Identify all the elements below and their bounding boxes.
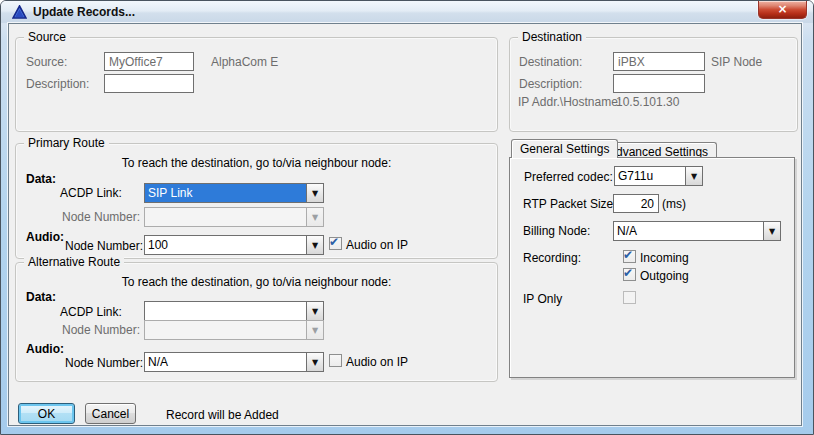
rtp-unit-label: (ms) xyxy=(662,197,686,211)
dialog-client-area: Source Source: AlphaCom E Description: D… xyxy=(8,23,802,426)
destination-type-label: SIP Node xyxy=(711,55,762,69)
alt-acdp-link-combo[interactable]: ▼ xyxy=(144,301,324,321)
ip-only-checkbox: ✔ xyxy=(623,291,636,304)
alt-node-number-label: Node Number: xyxy=(62,323,140,337)
recording-outgoing-checkbox[interactable]: ✔ xyxy=(623,268,636,281)
dropdown-arrow-icon: ▼ xyxy=(306,236,323,254)
alt-audio-on-ip-checkbox[interactable]: ✔ xyxy=(329,354,342,367)
dropdown-arrow-icon: ▼ xyxy=(306,321,323,339)
alt-acdp-link-label: ACDP Link: xyxy=(60,305,122,319)
preferred-codec-combo[interactable]: G711u ▼ xyxy=(614,166,703,186)
destination-group-legend: Destination xyxy=(518,30,586,44)
alt-audio-label: Audio: xyxy=(26,342,64,356)
primary-route-instruction: To reach the destination, go to/via neig… xyxy=(16,156,497,170)
primary-route-legend: Primary Route xyxy=(24,136,109,150)
primary-audio-on-ip-checkbox[interactable]: ✔ xyxy=(329,237,342,250)
preferred-codec-label: Preferred codec: xyxy=(524,170,613,184)
dropdown-arrow-icon: ▼ xyxy=(306,302,323,320)
dropdown-arrow-icon: ▼ xyxy=(763,222,780,240)
ip-only-label: IP Only xyxy=(523,292,562,306)
status-text: Record will be Added xyxy=(166,408,279,422)
alternative-route-instruction: To reach the destination, go to/via neig… xyxy=(16,275,497,289)
check-icon: ✔ xyxy=(329,237,341,247)
update-records-dialog: Update Records... × Source Source: Alpha… xyxy=(0,0,814,435)
source-group-legend: Source xyxy=(24,30,70,44)
check-icon: ✔ xyxy=(623,250,635,260)
alt-audio-node-label: Node Number: xyxy=(65,356,143,370)
destination-input[interactable] xyxy=(613,52,705,71)
dropdown-arrow-icon: ▼ xyxy=(685,167,702,185)
dropdown-arrow-icon: ▼ xyxy=(306,184,323,202)
destination-description-input[interactable] xyxy=(613,74,705,93)
source-input[interactable] xyxy=(104,52,194,71)
source-type-label: AlphaCom E xyxy=(211,55,278,69)
recording-incoming-checkbox[interactable]: ✔ xyxy=(623,250,636,263)
primary-audio-node-label: Node Number: xyxy=(65,239,143,253)
primary-audio-on-ip-label: Audio on IP xyxy=(346,238,408,252)
ip-hostname-value: 10.5.101.30 xyxy=(616,95,679,109)
ok-button[interactable]: OK xyxy=(18,403,75,424)
primary-acdp-link-combo[interactable]: SIP Link ▼ xyxy=(144,183,324,203)
rtp-packet-size-input[interactable] xyxy=(613,194,659,213)
recording-incoming-label: Incoming xyxy=(640,251,689,265)
source-description-input[interactable] xyxy=(104,74,194,93)
dropdown-arrow-icon: ▼ xyxy=(306,353,323,371)
alt-data-label: Data: xyxy=(26,290,56,304)
destination-label: Destination: xyxy=(519,55,582,69)
primary-acdp-link-label: ACDP Link: xyxy=(60,186,122,200)
app-triangle-icon xyxy=(12,5,27,19)
primary-node-number-combo: ▼ xyxy=(144,207,324,227)
alt-audio-node-combo[interactable]: N/A ▼ xyxy=(144,352,324,372)
alternative-route-legend: Alternative Route xyxy=(24,255,124,269)
general-settings-panel xyxy=(509,157,795,378)
source-label: Source: xyxy=(26,55,67,69)
close-button[interactable]: × xyxy=(758,1,807,19)
primary-audio-label: Audio: xyxy=(26,230,64,244)
primary-node-number-label: Node Number: xyxy=(62,210,140,224)
destination-description-label: Description: xyxy=(519,77,582,91)
primary-audio-node-combo[interactable]: 100 ▼ xyxy=(144,235,324,255)
window-title: Update Records... xyxy=(33,5,135,19)
cancel-button[interactable]: Cancel xyxy=(85,403,136,424)
primary-data-label: Data: xyxy=(26,172,56,186)
check-icon: ✔ xyxy=(623,268,635,278)
billing-node-combo[interactable]: N/A ▼ xyxy=(613,221,781,241)
rtp-packet-size-label: RTP Packet Size: xyxy=(523,197,617,211)
recording-outgoing-label: Outgoing xyxy=(640,269,689,283)
recording-label: Recording: xyxy=(523,251,581,265)
billing-node-label: Billing Node: xyxy=(523,224,590,238)
source-description-label: Description: xyxy=(26,77,89,91)
alt-audio-on-ip-label: Audio on IP xyxy=(346,355,408,369)
tab-general-settings[interactable]: General Settings xyxy=(511,139,618,158)
ip-hostname-label: IP Addr.\Hostname: xyxy=(518,95,621,109)
title-bar: Update Records... xyxy=(1,1,813,23)
alt-node-number-combo: ▼ xyxy=(144,320,324,340)
dropdown-arrow-icon: ▼ xyxy=(306,208,323,226)
